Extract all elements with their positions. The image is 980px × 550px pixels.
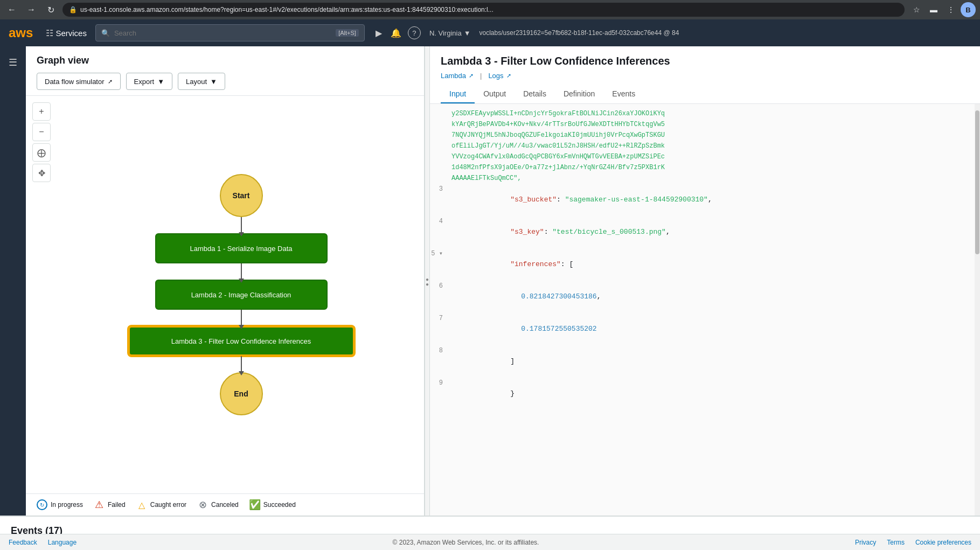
data-flow-simulator-label: Data flow simulator	[45, 78, 105, 86]
copyright-text: © 2023, Amazon Web Services, Inc. or its…	[87, 539, 844, 546]
fit-button[interactable]: ✥	[32, 164, 51, 182]
lambda-external-icon: ➚	[469, 72, 474, 79]
events-title: Events (17)	[11, 525, 969, 534]
privacy-link[interactable]: Privacy	[855, 539, 876, 546]
code-line-4: 4 "s3_key": "test/bicycle_s_000513.png",	[430, 216, 980, 248]
region-selector[interactable]: N. Virginia ▼	[429, 29, 471, 37]
export-label: Export	[134, 78, 155, 86]
export-chevron: ▼	[157, 78, 164, 86]
code-scrollbar[interactable]	[975, 104, 980, 516]
code-line: 1d48M2nfPfsX9jaOEe/O+a77z+jlAbnz/+YqNrGZ…	[430, 162, 980, 173]
cookie-preferences-link[interactable]: Cookie preferences	[915, 539, 971, 546]
recenter-button[interactable]: ⨁	[32, 143, 51, 162]
zoom-out-button[interactable]: −	[32, 123, 51, 141]
detail-title: Lambda 3 - Filter Low Confidence Inferen…	[441, 55, 969, 67]
canceled-label: Canceled	[211, 501, 239, 509]
sidebar: ☰	[0, 46, 26, 516]
legend-failed: ⚠ Failed	[94, 499, 126, 510]
panel-divider[interactable]: ●●	[425, 46, 430, 516]
bell-icon-button[interactable]: 🔔	[388, 26, 404, 40]
extensions-button[interactable]: ▬	[926, 2, 941, 17]
search-shortcut: [Alt+S]	[336, 29, 359, 37]
export-button[interactable]: Export ▼	[126, 73, 172, 90]
detail-links: Lambda ➚ | Logs ➚	[441, 72, 969, 80]
help-icon-button[interactable]: ?	[408, 26, 421, 39]
code-line: ofEliLJgGT/Yj/uM//4u3/vwac01L52nJ8HSH/ed…	[430, 141, 980, 151]
code-line-5: 5 ▾ "inferences": [	[430, 248, 980, 281]
feedback-link[interactable]: Feedback	[9, 539, 37, 546]
succeeded-label: Succeeded	[263, 501, 296, 509]
end-node[interactable]: End	[220, 372, 263, 415]
start-node[interactable]: Start	[220, 174, 263, 217]
zoom-in-button[interactable]: +	[32, 102, 51, 121]
account-info: voclabs/user2319162=5e7fb682-b18f-11ec-a…	[479, 29, 679, 37]
graph-legend: ↻ In progress ⚠ Failed △ Caught error	[26, 493, 424, 516]
pipe-separator: |	[480, 72, 482, 80]
tab-details[interactable]: Details	[515, 85, 555, 103]
browser-bar: ← → ↻ 🔒 us-east-1.console.aws.amazon.com…	[0, 0, 980, 19]
failed-icon: ⚠	[94, 499, 105, 510]
layout-label: Layout	[186, 78, 207, 86]
reload-button[interactable]: ↻	[43, 2, 58, 17]
zoom-controls: + − ⨁ ✥	[32, 102, 51, 182]
tab-events[interactable]: Events	[603, 85, 644, 103]
back-button[interactable]: ←	[4, 2, 19, 17]
code-content: y2SDXFEAyvpWSSLI+nCDnjcYr5gokraFtBOLNiJC…	[430, 104, 980, 414]
lambda-link[interactable]: Lambda ➚	[441, 72, 474, 80]
code-scrollbar-thumb[interactable]	[975, 110, 979, 254]
legend-caught-error: △ Caught error	[136, 499, 186, 510]
arrow-start-lambda1	[241, 217, 242, 233]
external-link-icon: ➚	[108, 78, 113, 85]
region-label: N. Virginia	[429, 29, 462, 37]
bookmark-button[interactable]: ☆	[909, 2, 924, 17]
lambda3-node[interactable]: Lambda 3 - Filter Low Confidence Inferen…	[128, 326, 355, 356]
language-link[interactable]: Language	[48, 539, 77, 546]
main-layout: ☰ Graph view Data flow simulator ➚ Expor…	[0, 46, 980, 516]
sidebar-menu-button[interactable]: ☰	[3, 53, 23, 72]
services-label: Services	[55, 29, 87, 38]
tab-definition[interactable]: Definition	[555, 85, 603, 103]
in-progress-label: In progress	[51, 501, 83, 509]
aws-search-bar[interactable]: 🔍 [Alt+S]	[95, 24, 365, 41]
menu-button[interactable]: ⋮	[943, 2, 958, 17]
tab-output[interactable]: Output	[475, 85, 515, 103]
flow-diagram: Start Lambda 1 - Serialize Image Data La…	[58, 96, 424, 493]
code-line: y2SDXFEAyvpWSSLI+nCDnjcYr5gokraFtBOLNiJC…	[430, 108, 980, 119]
search-input[interactable]	[114, 29, 331, 37]
logs-link[interactable]: Logs ➚	[488, 72, 511, 80]
arrow-lambda2-lambda3	[241, 310, 242, 326]
legend-canceled: ⊗ Canceled	[197, 499, 239, 510]
code-line-8: 8 ]	[430, 345, 980, 378]
terms-link[interactable]: Terms	[887, 539, 905, 546]
succeeded-icon: ✅	[249, 499, 260, 510]
aws-nav: aws ☷ Services 🔍 [Alt+S] ▶ 🔔 ? N. Virgin…	[0, 19, 980, 46]
code-line: YVVzog4CWAfvlx0AodGcQqPCBGY6xFmVnHQWTGvV…	[430, 151, 980, 162]
data-flow-simulator-button[interactable]: Data flow simulator ➚	[37, 73, 121, 90]
code-area[interactable]: y2SDXFEAyvpWSSLI+nCDnjcYr5gokraFtBOLNiJC…	[430, 104, 980, 516]
caught-error-icon: △	[136, 499, 147, 510]
failed-label: Failed	[108, 501, 126, 509]
in-progress-icon: ↻	[37, 499, 47, 510]
legend-in-progress: ↻ In progress	[37, 499, 83, 510]
tab-input[interactable]: Input	[441, 85, 475, 103]
lambda1-label: Lambda 1 - Serialize Image Data	[190, 245, 292, 253]
lambda1-node[interactable]: Lambda 1 - Serialize Image Data	[155, 233, 328, 263]
profile-button[interactable]: B	[961, 2, 976, 17]
aws-logo: aws	[9, 25, 33, 40]
lambda2-label: Lambda 2 - Image Classification	[191, 291, 291, 299]
lambda3-label: Lambda 3 - Filter Low Confidence Inferen…	[171, 337, 311, 345]
layout-chevron: ▼	[210, 78, 217, 86]
layout-button[interactable]: Layout ▼	[178, 73, 225, 90]
forward-button[interactable]: →	[24, 2, 39, 17]
detail-tabs: Input Output Details Definition Events	[441, 85, 969, 103]
detail-panel: Lambda 3 - Filter Low Confidence Inferen…	[430, 46, 980, 516]
code-line: AAAAAElFTkSuQmCC",	[430, 173, 980, 184]
lambda2-node[interactable]: Lambda 2 - Image Classification	[155, 280, 328, 310]
bottom-panel: Events (17)	[0, 516, 980, 534]
services-button[interactable]: ☷ Services	[46, 28, 87, 38]
address-bar[interactable]: 🔒 us-east-1.console.aws.amazon.com/state…	[62, 3, 905, 17]
terminal-icon-button[interactable]: ▶	[373, 26, 384, 40]
start-label: Start	[233, 191, 250, 200]
code-line: 7NQVJNYQjML5hNJboqQGZUFelkgoiaKI0jmUUihj…	[430, 130, 980, 141]
end-label: End	[234, 389, 248, 398]
